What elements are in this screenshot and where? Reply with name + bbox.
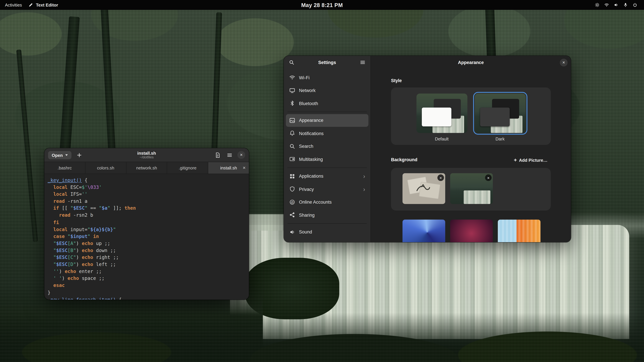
system-status-area[interactable] <box>592 0 640 10</box>
style-option-default[interactable]: Default <box>416 93 467 145</box>
power-icon <box>632 2 637 7</box>
code-line: "$ESC[D") echo left ;; <box>48 261 249 268</box>
tab-label: network.sh <box>136 165 157 170</box>
code-line: ' ') echo space ;; <box>48 275 249 282</box>
editor-tab-colors-sh[interactable]: colors.sh <box>85 162 126 174</box>
sidebar-item-label: Sharing <box>299 213 314 217</box>
editor-tab--bashrc[interactable]: .bashrc <box>44 162 85 174</box>
sidebar-item-label: Notifications <box>299 131 324 136</box>
code-area[interactable]: _key_input() { local ESC=$'\033' local I… <box>44 174 249 300</box>
editor-file-path: ~/dotfiles <box>137 155 156 159</box>
sidebar-item-label: Wi-Fi <box>299 75 310 80</box>
wifi-icon <box>604 2 609 7</box>
close-icon: × <box>240 153 243 157</box>
style-option-dark[interactable]: Dark <box>474 93 526 145</box>
style-option-label: Default <box>435 136 448 141</box>
panel-header-bar: Appearance × <box>371 56 571 69</box>
sidebar-header-bar: Settings <box>284 56 370 69</box>
app-menu-button[interactable]: Text Editor <box>28 2 58 7</box>
sharing-icon <box>289 212 295 218</box>
tab-close-icon[interactable]: × <box>243 165 246 171</box>
editor-tab-network-sh[interactable]: network.sh <box>126 162 167 174</box>
tab-label: .bashrc <box>58 165 72 170</box>
open-button-label: Open <box>52 152 63 157</box>
sidebar-item-label: Bluetooth <box>299 101 318 106</box>
sidebar-item-privacy[interactable]: Privacy› <box>286 183 368 196</box>
code-line: fi <box>48 219 249 226</box>
add-picture-button[interactable]: + Add Picture… <box>510 156 551 164</box>
document-icon <box>215 152 220 158</box>
microphone-icon <box>623 2 628 7</box>
style-card: Default Dark <box>391 87 551 145</box>
sidebar-item-sharing[interactable]: Sharing <box>286 209 368 221</box>
sidebar-item-bluetooth[interactable]: Bluetooth <box>286 97 368 110</box>
settings-title: Settings <box>298 60 356 65</box>
desktop: Activities Text Editor May 28 8:21 PM Op… <box>0 0 644 362</box>
sidebar-separator <box>288 223 367 224</box>
sidebar-item-power[interactable]: Power <box>286 239 368 242</box>
document-info-button[interactable] <box>214 151 222 159</box>
preview-front-window <box>422 108 451 126</box>
settings-search-button[interactable] <box>288 58 296 66</box>
editor-close-button[interactable]: × <box>238 151 245 159</box>
online-accounts-icon: @ <box>289 199 295 205</box>
editor-window-title: install.sh ~/dotfiles <box>137 150 156 159</box>
activities-button[interactable]: Activities <box>5 2 22 7</box>
style-option-label: Dark <box>496 136 504 141</box>
background-card: × × <box>391 168 551 211</box>
open-button[interactable]: Open <box>48 151 72 159</box>
style-preview-default[interactable] <box>416 93 467 133</box>
sidebar-item-multitasking[interactable]: Multitasking <box>286 153 368 166</box>
remove-background-button[interactable]: × <box>438 174 444 181</box>
top-bar: Activities Text Editor May 28 8:21 PM <box>0 0 644 10</box>
app-menu-label: Text Editor <box>36 2 58 7</box>
code-line: "$ESC[C") echo right ;; <box>48 254 249 261</box>
panel-title: Appearance <box>458 60 484 65</box>
background-thumbnail-dragon[interactable]: × <box>402 173 445 204</box>
sidebar-item-network[interactable]: Network <box>286 84 368 97</box>
editor-tab--gitignore[interactable]: .gitignore <box>167 162 208 174</box>
wallpaper-grid <box>402 220 551 242</box>
sidebar-item-wi-fi[interactable]: Wi-Fi <box>286 71 368 84</box>
search-icon <box>289 143 295 149</box>
power-icon <box>289 242 295 242</box>
wallpaper-option-orange[interactable] <box>498 220 540 242</box>
editor-tab-install-sh[interactable]: install.sh× <box>208 162 249 174</box>
wallpaper-option-red[interactable] <box>450 220 493 242</box>
notifications-icon <box>289 130 295 136</box>
volume-icon <box>614 2 618 7</box>
network-icon <box>289 87 295 93</box>
style-preview-dark[interactable] <box>474 93 526 133</box>
new-tab-button[interactable] <box>75 151 83 159</box>
main-menu-button[interactable] <box>226 151 234 159</box>
bluetooth-icon <box>289 100 295 106</box>
wallpaper-option-blue[interactable] <box>402 220 445 242</box>
settings-close-button[interactable]: × <box>560 58 568 66</box>
code-line: _new_line_foreach_item() { <box>48 296 249 300</box>
sidebar-item-label: Appearance <box>299 118 323 123</box>
remove-background-button[interactable]: × <box>485 174 492 181</box>
code-line: local ESC=$'\033' <box>48 184 249 191</box>
code-line: read -rsn1 a <box>48 198 249 205</box>
settings-sidebar-list: Wi-FiNetworkBluetoothAppearanceNotificat… <box>284 69 370 242</box>
close-icon: × <box>487 175 490 180</box>
sidebar-item-applications[interactable]: Applications› <box>286 170 368 183</box>
code-line: local IFS='' <box>48 191 249 198</box>
sidebar-item-notifications[interactable]: Notifications <box>286 127 368 140</box>
background-thumbnail-forest[interactable]: × <box>450 173 493 204</box>
sidebar-item-search[interactable]: Search <box>286 140 368 153</box>
applications-icon <box>289 173 295 179</box>
sidebar-item-sound[interactable]: Sound <box>286 226 368 239</box>
sidebar-item-online-accounts[interactable]: @Online Accounts <box>286 196 368 209</box>
clock-button[interactable]: May 28 8:21 PM <box>301 2 343 8</box>
settings-window: Settings Wi-FiNetworkBluetoothAppearance… <box>284 56 571 242</box>
chevron-right-icon: › <box>363 186 365 192</box>
preview-front-window <box>480 108 510 126</box>
search-icon <box>289 59 294 65</box>
sidebar-item-appearance[interactable]: Appearance <box>286 114 368 127</box>
settings-menu-button[interactable] <box>358 58 367 66</box>
tab-label: install.sh <box>220 165 237 170</box>
plus-icon: + <box>514 157 517 163</box>
sidebar-item-label: Network <box>299 88 316 93</box>
add-picture-label: Add Picture… <box>519 157 548 162</box>
